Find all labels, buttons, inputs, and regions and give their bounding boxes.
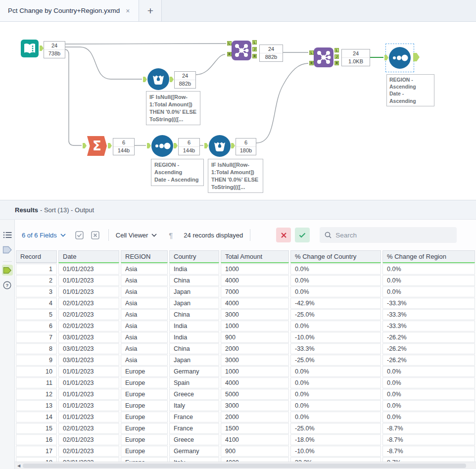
cell-total-amount[interactable]: 2000	[221, 412, 289, 422]
cell-record[interactable]: 2	[16, 275, 57, 286]
input-annotation[interactable]: 24 738b	[44, 41, 65, 58]
column-header-region[interactable]: REGION	[121, 250, 168, 263]
workflow-tab[interactable]: Pct Change by Country+Region.yxmd ×	[0, 0, 139, 21]
cell-viewer-dropdown[interactable]: Cell Viewer	[116, 232, 157, 239]
cell-pct-change-country[interactable]: -25.0%	[290, 309, 381, 320]
cell-total-amount[interactable]: 1500	[221, 423, 289, 434]
cell-region[interactable]: Asia	[121, 355, 168, 366]
scroll-left-arrow[interactable]: ◀	[15, 464, 23, 468]
cell-record[interactable]: 13	[16, 400, 57, 411]
cell-pct-change-country[interactable]: -18.0%	[290, 434, 381, 445]
cell-country[interactable]: Greece	[169, 389, 219, 400]
cell-region[interactable]: Asia	[121, 309, 168, 320]
cell-date[interactable]: 02/01/2023	[58, 423, 119, 434]
formula-tool-bottom[interactable]	[209, 135, 231, 159]
cell-record[interactable]: 12	[16, 389, 57, 400]
connection-input-join1-L[interactable]	[65, 44, 226, 44]
cell-total-amount[interactable]: 900	[221, 446, 289, 457]
cell-total-amount[interactable]: 3000	[221, 400, 289, 411]
cell-total-amount[interactable]: 1000	[221, 321, 289, 331]
cell-region[interactable]: Europe	[121, 389, 168, 400]
cell-total-amount[interactable]: 5000	[221, 389, 289, 400]
cell-record[interactable]: 16	[16, 434, 57, 445]
search-input[interactable]	[335, 232, 439, 239]
cell-country[interactable]: Italy	[169, 400, 219, 411]
cell-record[interactable]: 15	[16, 423, 57, 434]
data-view-button[interactable]	[2, 265, 13, 276]
cell-country[interactable]: Germany	[169, 446, 219, 457]
formula-top-annotation[interactable]: 24 882b	[174, 71, 196, 89]
cell-pct-change-region[interactable]: 0.0%	[382, 264, 475, 275]
cell-region[interactable]: Asia	[121, 286, 168, 297]
cell-region[interactable]: Europe	[121, 377, 168, 388]
cell-record[interactable]: 11	[16, 377, 57, 388]
sort-bottom-annotation[interactable]: 6 144b	[178, 138, 200, 155]
cell-date[interactable]: 02/01/2023	[58, 309, 119, 320]
connection-input-summarize[interactable]	[65, 49, 82, 145]
column-header-total-amount[interactable]: Total Amount	[221, 250, 289, 263]
cell-country[interactable]: China	[169, 309, 219, 320]
cell-total-amount[interactable]: 1000	[221, 366, 289, 377]
column-header-pct-change-region[interactable]: % Change of Region	[382, 250, 475, 263]
cell-record[interactable]: 10	[16, 366, 57, 377]
close-tab-icon[interactable]: ×	[125, 7, 131, 15]
cell-pct-change-country[interactable]: 0.0%	[290, 400, 381, 411]
cell-region[interactable]: Asia	[121, 298, 168, 309]
cell-record[interactable]: 6	[16, 321, 57, 331]
cell-region[interactable]: Europe	[121, 446, 168, 457]
cell-region[interactable]: Europe	[121, 366, 168, 377]
metadata-view-button[interactable]	[2, 244, 13, 255]
cell-date[interactable]: 02/01/2023	[58, 434, 119, 445]
cell-total-amount[interactable]: 7000	[221, 286, 289, 297]
cell-pct-change-region[interactable]: 0.0%	[382, 275, 475, 286]
cell-pct-change-region[interactable]: -33.3%	[382, 321, 475, 331]
cell-country[interactable]: France	[169, 412, 219, 422]
cell-record[interactable]: 7	[16, 332, 57, 343]
cell-region[interactable]: Europe	[121, 400, 168, 411]
cell-pct-change-country[interactable]: 0.0%	[290, 377, 381, 388]
cell-country[interactable]: India	[169, 332, 219, 343]
cell-pct-change-country[interactable]: -25.0%	[290, 423, 381, 434]
cell-pct-change-region[interactable]: -8.7%	[382, 434, 475, 445]
cell-region[interactable]: Asia	[121, 264, 168, 275]
cell-date[interactable]: 01/01/2023	[58, 412, 119, 422]
fields-dropdown[interactable]: 6 of 6 Fields	[22, 232, 66, 239]
input-data-tool[interactable]	[21, 40, 39, 59]
cell-date[interactable]: 01/01/2023	[58, 389, 119, 400]
join-tool-left[interactable]	[232, 41, 251, 62]
cell-total-amount[interactable]: 4100	[221, 434, 289, 445]
join2-annotation[interactable]: 24 1.0KB	[341, 49, 370, 66]
formula-bottom-comment[interactable]: IF IsNull([Row- 1:Total Amount]) THEN '0…	[208, 159, 263, 193]
cell-pct-change-country[interactable]: 0.0%	[290, 389, 381, 400]
cell-pct-change-country[interactable]: -10.0%	[290, 332, 381, 343]
cell-country[interactable]: Japan	[169, 298, 219, 309]
cell-pct-change-region[interactable]: 0.0%	[382, 286, 475, 297]
join-tool-right[interactable]	[314, 47, 333, 69]
cell-country[interactable]: India	[169, 321, 219, 331]
cell-region[interactable]: Europe	[121, 412, 168, 422]
cell-date[interactable]: 01/01/2023	[58, 400, 119, 411]
cell-pct-change-region[interactable]: 0.0%	[382, 377, 475, 388]
cell-pct-change-country[interactable]: 0.0%	[290, 366, 381, 377]
cell-region[interactable]: Europe	[121, 423, 168, 434]
connection-input-formula-top[interactable]	[65, 47, 142, 79]
cell-country[interactable]: Greece	[169, 434, 219, 445]
cell-country[interactable]: India	[169, 264, 219, 275]
cell-total-amount[interactable]: 4000	[221, 377, 289, 388]
cell-date[interactable]: 02/01/2023	[58, 321, 119, 331]
column-header-pct-change-country[interactable]: % Change of Country	[290, 250, 381, 263]
cell-date[interactable]: 02/01/2023	[58, 446, 119, 457]
cell-pct-change-country[interactable]: -33.3%	[290, 343, 381, 354]
cell-pct-change-region[interactable]: -26.2%	[382, 332, 475, 343]
connection-formula-bottom-join2-R[interactable]	[256, 63, 308, 143]
cell-pct-change-region[interactable]: 8.7%	[382, 457, 475, 462]
cell-pct-change-region[interactable]: -8.7%	[382, 423, 475, 434]
sort-tool-bottom[interactable]	[151, 135, 173, 159]
cell-pct-change-region[interactable]: 0.0%	[382, 389, 475, 400]
cell-pct-change-region[interactable]: -33.3%	[382, 309, 475, 320]
cell-pct-change-region[interactable]: -8.7%	[382, 446, 475, 457]
cell-country[interactable]: China	[169, 275, 219, 286]
cell-total-amount[interactable]: 4000	[221, 298, 289, 309]
summarize-annotation[interactable]: 6 144b	[113, 138, 135, 155]
formula-top-comment[interactable]: IF IsNull([Row- 1:Total Amount]) THEN '0…	[146, 91, 200, 125]
